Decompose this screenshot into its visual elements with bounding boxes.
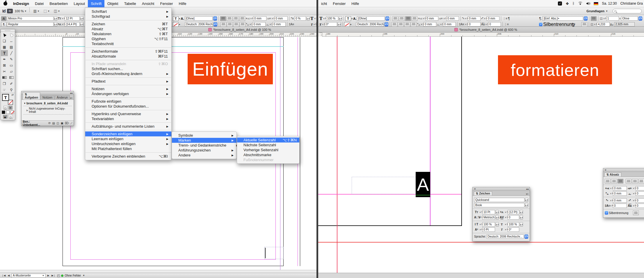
pencil-tool[interactable]: ✎ — [8, 56, 15, 62]
first-line-indent-field[interactable]: 0 mm — [252, 22, 266, 26]
type-menu-item[interactable]: Sonderzeichen einfügen▶ — [85, 131, 171, 136]
font-family-stepper[interactable]: ▲▼ — [54, 16, 57, 21]
space-before-field[interactable]: 0 mm — [468, 16, 481, 21]
tab-aufgaben[interactable]: ⇅ Aufgaben — [23, 92, 40, 99]
update-content-icon[interactable]: ⟳ — [48, 122, 51, 125]
headline-text-frame[interactable]: formatieren — [498, 55, 612, 84]
type-menu-item[interactable]: Schriftart suchen... — [85, 66, 171, 71]
preflight-menu-icon[interactable]: ◰ — [57, 274, 60, 277]
justify-center-button[interactable] — [632, 179, 638, 183]
arrange-documents-dropdown[interactable]: ◫▼ — [53, 8, 61, 14]
direct-selection-tool[interactable] — [8, 32, 15, 38]
align-right-button[interactable] — [405, 16, 411, 21]
type-menu-item[interactable]: Mit Platzhaltertext füllen — [85, 146, 171, 151]
split-columns-button[interactable] — [581, 22, 587, 27]
selection-tool[interactable] — [1, 32, 8, 38]
font-size-stepper[interactable]: ▲▼ — [496, 210, 499, 214]
content-collector-tool[interactable]: ▦ — [1, 44, 8, 50]
leading-stepper[interactable]: ▲▼ — [520, 210, 523, 214]
swap-fill-stroke-icon[interactable]: ⇄ — [11, 93, 14, 96]
type-menu-item[interactable]: Schriftart▶ — [85, 9, 171, 14]
previous-page-button[interactable]: ◀ — [7, 274, 10, 277]
special-chars-item[interactable]: Trenn- und Gedankenstriche▶ — [172, 143, 236, 148]
type-menu-item[interactable]: Textvariablen▶ — [85, 116, 171, 121]
align-center-button[interactable] — [227, 16, 232, 21]
last-page-button[interactable]: ▶❘ — [51, 274, 56, 277]
justify-button[interactable] — [239, 16, 245, 21]
vertical-scale-stepper[interactable]: ▲▼ — [339, 16, 342, 21]
type-menu-item[interactable]: Absatzformate⌘F11 — [85, 54, 171, 59]
export-icon[interactable]: ▣ — [61, 122, 63, 125]
language-stepper[interactable]: ▲▼ — [214, 22, 217, 26]
horizontal-scale-field[interactable]: 100 % — [508, 222, 519, 227]
menubar-item-hilfe[interactable]: Hilfe — [176, 0, 189, 7]
type-menu-item[interactable]: Glyphen⌥⇧F11 — [85, 36, 171, 41]
apply-color-button[interactable] — [2, 111, 5, 114]
font-family-field[interactable]: Quicksand — [474, 198, 524, 202]
panel-close-icon[interactable]: ✕ — [604, 169, 607, 172]
right-indent-field[interactable]: 0 — [636, 186, 644, 190]
span-stepper[interactable]: ▲▼ — [638, 16, 642, 21]
font-size-field[interactable]: 12 Pt — [65, 16, 80, 21]
menubar-item-layout[interactable]: Layout — [71, 0, 88, 7]
marks-item[interactable]: Aktuelle Seitenzahl⌥⇧⌘N — [237, 138, 299, 142]
justify-right-button[interactable] — [638, 179, 644, 183]
justify-all-button[interactable] — [411, 22, 417, 27]
horizontal-ruler-secondary[interactable]: 190195200205210215 — [322, 33, 644, 37]
left-indent-field[interactable]: 0 mm — [613, 186, 627, 190]
drop-cap-chars-field[interactable]: 0 — [636, 204, 644, 208]
font-style-field[interactable]: Regular — [7, 22, 54, 26]
justify-center-button[interactable] — [227, 22, 233, 27]
span-field[interactable]: Ohne — [621, 16, 638, 21]
tracking-stepper[interactable]: ▲▼ — [307, 16, 310, 21]
language-field[interactable]: Deutsch: 2006 Rechts... — [356, 22, 384, 26]
note-tool[interactable]: ❐ — [1, 81, 8, 87]
menubar-item-fenster[interactable]: Fenster — [330, 0, 348, 7]
type-menu-item[interactable]: Änderungen verfolgen▶ — [85, 91, 171, 96]
shield-check-icon[interactable]: ✓ — [558, 1, 562, 6]
last-line-indent-field[interactable]: 0 mm — [443, 22, 456, 26]
type-menu-item[interactable]: Fußnote einfügen — [85, 99, 171, 104]
normal-view-mode-button[interactable]: ▣ — [3, 115, 8, 119]
font-family-field[interactable]: Minion Pro — [7, 16, 54, 21]
hand-tool[interactable]: ☞ — [1, 87, 8, 93]
pen-tool[interactable]: ✒ — [1, 56, 8, 62]
special-chars-item[interactable]: Andere▶ — [172, 153, 236, 158]
paragraph-formatting-button[interactable]: ¶ — [1, 22, 6, 27]
horizontal-scale-stepper[interactable]: ▲▼ — [520, 222, 523, 227]
menubar-item-ansicht[interactable]: Ansicht — [139, 0, 157, 7]
zoom-tool[interactable]: ⚲ — [8, 87, 15, 93]
type-menu-item[interactable]: Groß-/Kleinschreibung ändern▶ — [85, 71, 171, 76]
language-stepper[interactable]: ▲▼ — [524, 234, 528, 239]
vertical-scale-field[interactable]: 100 % — [482, 222, 495, 227]
delete-icon[interactable]: ⌦ — [65, 122, 69, 125]
column-count-field[interactable]: 1 — [606, 16, 619, 21]
justify-left-button[interactable] — [220, 22, 226, 27]
skew-field[interactable]: 0° — [508, 227, 519, 232]
hyphenate-checkbox[interactable]: ✓ — [605, 211, 608, 215]
content-placer-tool[interactable]: ▤ — [8, 44, 15, 50]
character-formatting-button[interactable]: A — [1, 16, 6, 21]
text-frame-outline[interactable] — [264, 247, 284, 259]
apply-gradient-button[interactable] — [6, 111, 10, 114]
preview-mode-button[interactable]: ▢ — [8, 115, 13, 119]
align-center-button[interactable] — [399, 16, 405, 21]
align-center-button[interactable] — [611, 179, 617, 183]
justify-left-button[interactable] — [626, 179, 631, 183]
panel-collapse-icon[interactable]: ◂◂ — [526, 188, 529, 190]
leading-field[interactable]: (12 Pt) — [508, 210, 519, 214]
paragraph-style-field[interactable]: [Einf. Abs.]+ — [542, 16, 583, 21]
space-before-field[interactable]: 0 mm — [613, 198, 627, 203]
leading-stepper[interactable]: ▲▼ — [80, 22, 83, 26]
formatting-affects-container-button[interactable]: ▢ — [3, 106, 8, 110]
menubar-item-tabelle[interactable]: Tabelle — [121, 0, 139, 7]
workspace-switcher[interactable]: Grundlagen▼ — [586, 9, 608, 13]
marks-item[interactable]: Vorherige Seitenzahl — [237, 147, 299, 152]
bleed-guide-horizontal[interactable] — [318, 242, 644, 243]
horizontal-scrollbar[interactable] — [0, 270, 316, 273]
justify-button[interactable] — [412, 16, 417, 21]
preflight-dropdown-arrow[interactable]: ▼ — [82, 274, 86, 277]
baseline-field[interactable]: 0 — [468, 22, 481, 26]
panel-close-icon[interactable]: ✕ — [474, 188, 476, 190]
leading-field[interactable]: (14,4 Pt) — [65, 22, 80, 26]
